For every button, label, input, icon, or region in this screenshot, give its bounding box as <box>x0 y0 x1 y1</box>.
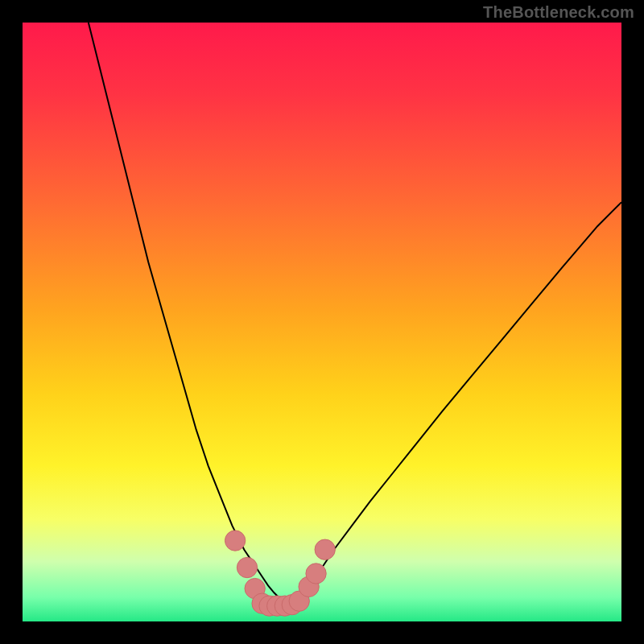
curve-marker <box>306 564 326 584</box>
watermark-text: TheBottleneck.com <box>483 3 634 22</box>
curve-marker <box>225 530 245 551</box>
gradient-background <box>23 23 621 621</box>
bottleneck-curve-chart <box>23 23 621 621</box>
curve-marker <box>237 557 257 577</box>
plot-area <box>23 23 621 621</box>
curve-marker <box>315 539 335 559</box>
chart-frame: TheBottleneck.com <box>0 0 644 644</box>
